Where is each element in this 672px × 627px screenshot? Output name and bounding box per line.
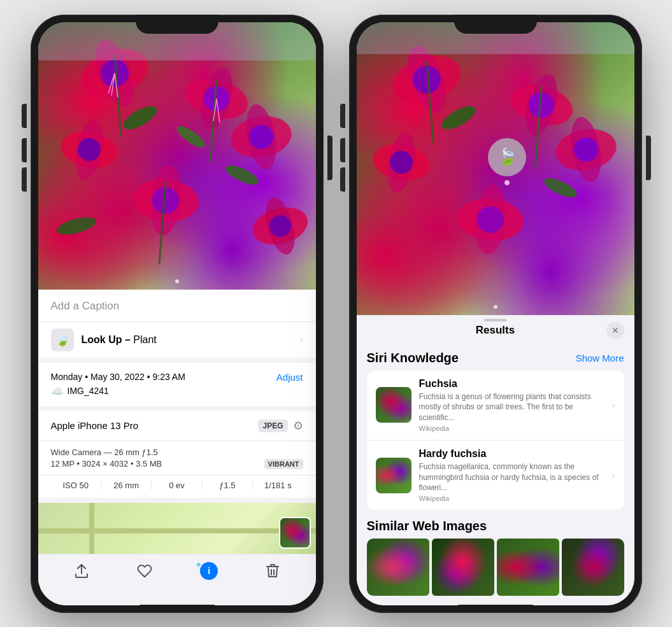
siri-dot [504,180,510,185]
svg-point-49 [541,174,579,201]
hardy-source: Wikipedia [419,495,604,502]
cloud-icon: ☁️ [51,385,64,397]
svg-point-18 [120,101,161,134]
lookup-icon: 🍃 [51,328,74,351]
phones-container: Add a Caption 🍃 Look Up – Plant › Monday… [31,15,642,613]
focal-value: 26 mm [101,481,152,490]
results-content: Siri Knowledge Show More Fuchsia Fuchsia… [357,343,634,605]
siri-lookup-button[interactable]: 🍃 [488,138,526,176]
left-phone: Add a Caption 🍃 Look Up – Plant › Monday… [31,15,324,613]
siri-knowledge-header: Siri Knowledge Show More [367,351,624,365]
web-images-header: Similar Web Images [367,519,624,533]
fuchsia-name: Fuchsia [419,378,604,390]
sparkle-icon: ✦ [195,560,203,570]
svg-point-21 [174,122,208,151]
map-road-v [89,503,94,554]
fuchsia-thumbnail [376,387,411,423]
svg-point-44 [574,137,598,162]
svg-point-47 [477,206,504,233]
adjust-button[interactable]: Adjust [276,372,303,383]
hardy-thumbnail [376,458,411,493]
knowledge-item-hardy[interactable]: Hardy fuchsia Fuchsia magellanica, commo… [367,440,624,510]
device-badges: JPEG ⚙ [258,419,303,433]
web-image-4[interactable] [562,539,624,596]
fuchsia-chevron: › [612,400,615,410]
hardy-name: Hardy fuchsia [419,448,604,460]
share-button[interactable] [75,563,89,579]
web-images-title: Similar Web Images [367,519,487,533]
photo-indicator-left [175,279,179,283]
svg-point-48 [438,101,479,134]
filename-row: ☁️ IMG_4241 [51,385,303,397]
info-button[interactable]: ✦ i [200,562,218,580]
filename: IMG_4241 [68,386,109,396]
exif-row: ISO 50 26 mm 0 ev ƒ1.5 1/181 s [38,475,316,498]
drag-handle [484,319,507,321]
svg-point-11 [249,125,273,149]
results-header: Results ✕ [357,315,634,343]
heart-button[interactable] [137,564,152,578]
siri-knowledge-title: Siri Knowledge [367,351,459,365]
map-thumbnail [279,517,311,549]
flower-overlay-left [38,22,316,290]
svg-point-8 [78,138,101,161]
svg-point-19 [223,162,261,188]
fuchsia-desc: Fuchsia is a genus of flowering plants t… [419,391,604,423]
fuchsia-source: Wikipedia [419,425,604,432]
web-images-row [367,539,624,596]
lookup-label: Look Up – Plant [82,334,157,346]
photo-date: Monday • May 30, 2022 • 9:23 AM [51,372,185,382]
aperture-value: ƒ1.5 [203,481,253,490]
iso-value: ISO 50 [51,481,101,490]
map-section[interactable] [38,503,316,554]
fuchsia-text: Fuchsia Fuchsia is a genus of flowering … [419,378,604,432]
style-badge: VIBRANT [264,459,303,469]
results-title: Results [476,324,515,337]
device-section: Apple iPhone 13 Pro JPEG ⚙ Wide Camera —… [38,411,316,498]
trash-button[interactable] [266,563,279,579]
format-badge: JPEG [258,419,287,432]
photo-indicator-right [494,305,497,309]
info-badge: ✦ i [200,562,218,580]
map-background [38,503,316,554]
web-image-3[interactable] [497,539,559,596]
info-circle: i [200,562,218,580]
map-road-h [38,528,316,533]
left-phone-inner: Add a Caption 🍃 Look Up – Plant › Monday… [38,22,316,605]
fuchsia-thumb-image [376,387,411,423]
lens-spec: Wide Camera — 26 mm ƒ1.5 [51,447,303,457]
lookup-row[interactable]: 🍃 Look Up – Plant › [38,321,316,358]
close-button[interactable]: ✕ [606,321,624,339]
metadata-section: Monday • May 30, 2022 • 9:23 AM Adjust ☁… [38,363,316,406]
notch-right [454,15,537,34]
lookup-chevron: › [300,335,303,345]
flower-photo-right[interactable]: 🍃 [357,22,634,315]
caption-placeholder: Add a Caption [51,300,120,312]
ev-value: 0 ev [152,481,202,490]
svg-point-20 [55,214,98,238]
device-row: Apple iPhone 13 Pro JPEG ⚙ [38,411,316,441]
caption-area[interactable]: Add a Caption [38,290,316,321]
info-panel-left: Add a Caption 🍃 Look Up – Plant › Monday… [38,290,316,605]
home-indicator-right [457,605,534,608]
shutter-value: 1/181 s [253,481,303,490]
map-thumb-image [280,518,310,547]
bottom-toolbar: ✦ i [38,554,316,593]
results-panel: Results ✕ Siri Knowledge Show More [357,315,634,605]
show-more-button[interactable]: Show More [576,353,624,363]
knowledge-item-fuchsia[interactable]: Fuchsia Fuchsia is a genus of flowering … [367,370,624,440]
right-phone: 🍃 Results ✕ Siri Knowledge Show More [349,15,642,613]
web-image-2[interactable] [432,539,494,596]
resolution-spec: 12 MP • 3024 × 4032 • 3.5 MB VIBRANT [51,459,303,469]
flower-photo-left[interactable] [38,22,316,290]
camera-specs: Wide Camera — 26 mm ƒ1.5 12 MP • 3024 × … [38,441,316,475]
notch-left [136,15,218,34]
knowledge-card: Fuchsia Fuchsia is a genus of flowering … [367,370,624,511]
web-images-section: Similar Web Images [367,519,624,596]
svg-point-41 [390,151,413,174]
gear-icon[interactable]: ⚙ [293,419,303,433]
web-image-1[interactable] [367,539,429,596]
hardy-chevron: › [612,470,615,481]
hardy-thumb-image [376,458,411,493]
svg-point-17 [269,215,291,237]
